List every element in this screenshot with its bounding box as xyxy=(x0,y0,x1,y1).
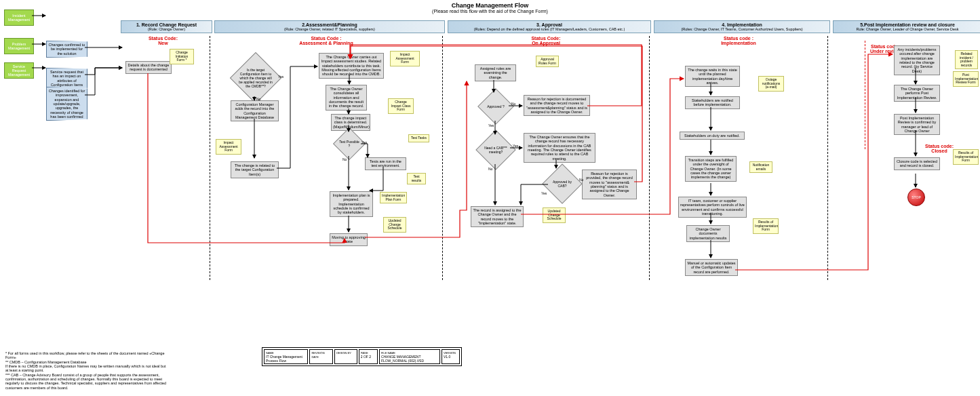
problem-mgmt: Problem Management xyxy=(4,38,34,54)
box-b20: Change Owner documents implementation re… xyxy=(686,225,730,242)
status2: Status Code :Assessment & Planning xyxy=(214,36,438,45)
note-n7: Implementation Plan Form xyxy=(380,192,407,203)
service-req-mgmt: Service Request Management xyxy=(4,62,34,79)
note-n1: Change Initiation Form * xyxy=(170,49,194,64)
note-n14: Related incident / problem records xyxy=(955,50,978,69)
label-no-2: No xyxy=(342,157,347,161)
lane-sep-3 xyxy=(649,36,650,280)
footnotes: * For all forms used in this workflow, p… xyxy=(5,351,168,390)
box-b4: The Change Owner carries out Impact asse… xyxy=(319,53,384,79)
input1: Changes confirmed to be implemented for … xyxy=(46,41,87,58)
label-yes-5: Yes xyxy=(541,191,547,195)
note-n4: Change Impact Class Form xyxy=(388,98,414,114)
phase5-header: 5.Post Implementation review and closure… xyxy=(833,20,980,33)
note-n15: Post Implementation Review Form xyxy=(953,71,979,87)
note-n9: Approval Rules Form xyxy=(536,56,559,67)
note-n11: Outage notifications (e-mail) xyxy=(758,76,784,92)
status3: Status Code:On Approval xyxy=(448,36,644,45)
box-b15: The change waits in this state until the… xyxy=(685,66,740,87)
box-b10: Assigned roles are examining the change. xyxy=(475,64,516,81)
diamond-d5: Approved by CAB? xyxy=(542,163,582,203)
footer-table: NAMEIT Change Management Process Flow RE… xyxy=(262,347,462,366)
lane-sep-2 xyxy=(442,36,443,280)
box-b1: Details about the change request is docu… xyxy=(125,61,172,74)
box-b9: Moving to approving state xyxy=(330,233,368,246)
label-yes-4: Yes xyxy=(513,144,518,148)
box-b2: Configuration Manager adds the record in… xyxy=(231,100,279,121)
box-b17: Stakeholders on duty are notified. xyxy=(680,132,745,140)
status6: Status code:Closed xyxy=(922,144,956,153)
input2: Service request that has an impact on at… xyxy=(46,68,87,89)
box-b25: Closure code is selected and record is c… xyxy=(894,157,940,170)
input3: Changes identified for improvement, expa… xyxy=(46,87,87,121)
box-b16: Stakeholders are notified before impleme… xyxy=(685,96,740,109)
label-yes-3: Yes xyxy=(488,123,494,127)
diamond-d4: Need a CAB*** meeting? xyxy=(475,130,515,170)
label-no-1: No xyxy=(256,97,260,101)
box-b7: Tests are run in the test environment. xyxy=(365,157,406,170)
label-no-5: No xyxy=(579,178,583,182)
diamond-d1: Is the target Configuration Item to whic… xyxy=(230,52,281,104)
note-n8: Updated Change Schedule xyxy=(383,217,406,233)
note-n2: Impact Assessment Form xyxy=(216,139,241,155)
box-b8: Implementation plan is prepared. Impleme… xyxy=(330,191,373,217)
box-b22: Any incidents/problems occured after cha… xyxy=(894,45,940,75)
label-yes-1: Yes xyxy=(278,75,283,79)
note-n13: Results of Implementation Form xyxy=(753,218,779,234)
note-n3: Impact Assessment Form xyxy=(390,51,420,66)
status1: Status Code:New xyxy=(121,36,205,45)
box-b3: The change is related to the target Conf… xyxy=(231,161,279,178)
label-yes-2: Yes xyxy=(361,140,367,144)
box-b5: The Change Owner consolidates all inform… xyxy=(326,85,367,111)
status4: Status code :Implementation xyxy=(654,36,823,45)
note-n12: Notification emails xyxy=(749,161,772,173)
lane-sep-5 xyxy=(865,41,865,149)
note-n6: Test results xyxy=(407,173,426,184)
box-b19: IT team, customer or supplier representa… xyxy=(678,197,747,218)
label-no-4: No xyxy=(488,167,492,171)
phase1-header: 1. Record Change Request(Role: Change Ow… xyxy=(121,20,212,33)
diamond-d2: Test Possible ? xyxy=(333,127,366,160)
box-b14: The record is assigned to the Change Own… xyxy=(471,206,524,227)
box-b13: Reason for rejection is provided, the ch… xyxy=(582,170,637,199)
note-n10: Updated Change Schedule xyxy=(543,207,566,223)
box-b18: Transition steps are fulfilled under the… xyxy=(685,156,737,182)
lane-sep-1 xyxy=(210,36,210,280)
box-b11: Reason for rejection is documented and t… xyxy=(524,95,590,116)
box-b23: The Change Owner performs Post Implement… xyxy=(894,85,940,102)
box-b21: Manuel or automatic updates of the Confi… xyxy=(685,259,738,276)
lane-sep-4 xyxy=(827,36,828,280)
note-n16: Results of Implementation Form xyxy=(953,149,979,165)
stop-icon: STOP xyxy=(907,189,925,206)
phase2-header: 2.Assessment&Planning(Role: Change Owner… xyxy=(214,20,445,33)
label-no-3: No xyxy=(511,102,515,106)
page-title: Change Management Flow xyxy=(0,2,980,9)
box-b12: The Change Owner ensures that the change… xyxy=(524,133,595,163)
note-n5: Test Tasks xyxy=(408,134,429,142)
diamond-d3: Approved ? xyxy=(477,88,514,125)
page-subtitle: (Please read this flow with the aid of t… xyxy=(0,9,980,14)
incident-mgmt: Incident Management xyxy=(4,9,34,26)
phase3-header: 3. Approval(Roles: Depend on the defined… xyxy=(448,20,651,33)
phase4-header: 4. Implementation(Roles: Change Owner, I… xyxy=(654,20,830,33)
box-b24: Post Implementation Review is confirmed … xyxy=(894,114,940,135)
